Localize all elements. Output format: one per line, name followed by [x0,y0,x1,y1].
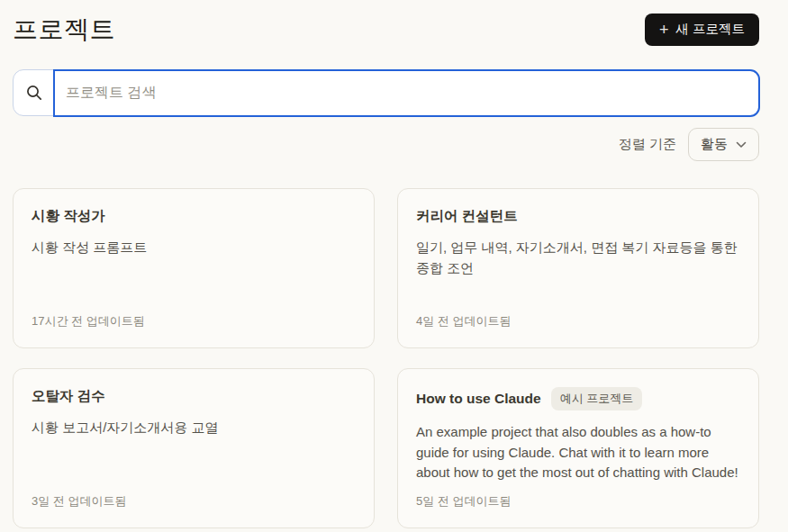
card-head: 시황 작성가 [32,207,356,226]
project-title: 오탈자 검수 [32,387,105,406]
project-card[interactable]: How to use Claude 예시 프로젝트 An example pro… [397,368,759,528]
plus-icon: + [659,22,669,38]
project-card[interactable]: 시황 작성가 시황 작성 프롬프트 17시간 전 업데이트됨 [13,188,375,348]
sort-by-label: 정렬 기준 [619,136,676,153]
project-title: How to use Claude [416,391,541,407]
page-title: 프로젝트 [13,13,115,47]
projects-grid: 시황 작성가 시황 작성 프롬프트 17시간 전 업데이트됨 커리어 컨설턴트 … [13,188,759,528]
project-title: 시황 작성가 [32,207,105,226]
search-input[interactable] [53,69,760,117]
project-card[interactable]: 커리어 컨설턴트 일기, 업무 내역, 자기소개서, 면접 복기 자료등을 통한… [397,188,759,348]
project-updated: 5일 전 업데이트됨 [416,493,740,509]
project-search-bar [13,69,759,116]
card-head: How to use Claude 예시 프로젝트 [416,387,740,410]
project-title: 커리어 컨설턴트 [416,207,518,226]
project-description: 시황 작성 프롬프트 [32,238,356,258]
project-updated: 4일 전 업데이트됨 [416,313,740,329]
project-updated: 3일 전 업데이트됨 [32,493,356,509]
sort-dropdown-value: 활동 [701,136,728,153]
project-description: An example project that also doubles as … [416,422,740,483]
sort-dropdown[interactable]: 활동 [688,128,759,161]
search-icon [14,70,55,115]
page-header: 프로젝트 + 새 프로젝트 [13,13,759,46]
project-description: 일기, 업무 내역, 자기소개서, 면접 복기 자료등을 통한 종합 조언 [416,238,740,278]
project-card[interactable]: 오탈자 검수 시황 보고서/자기소개서용 교열 3일 전 업데이트됨 [13,368,375,528]
new-project-button-label: 새 프로젝트 [675,21,745,38]
project-updated: 17시간 전 업데이트됨 [32,313,356,329]
projects-page: 프로젝트 + 새 프로젝트 정렬 기준 활동 시황 [0,0,788,528]
card-head: 커리어 컨설턴트 [416,207,740,226]
sort-row: 정렬 기준 활동 [13,128,759,161]
project-description: 시황 보고서/자기소개서용 교열 [32,418,356,438]
new-project-button[interactable]: + 새 프로젝트 [645,14,759,46]
chevron-down-icon [736,141,747,149]
example-project-badge: 예시 프로젝트 [551,387,643,410]
card-head: 오탈자 검수 [32,387,356,406]
